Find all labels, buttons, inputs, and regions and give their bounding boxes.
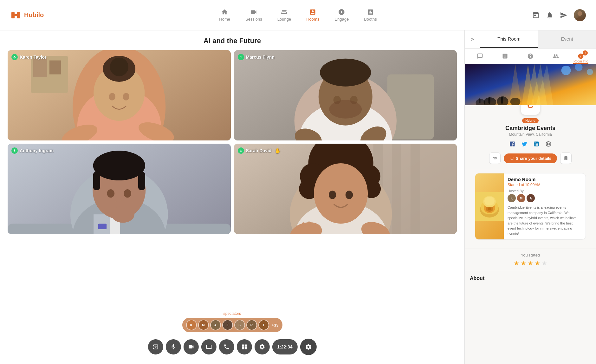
inner-tab-chat[interactable] <box>467 49 493 64</box>
spectator-avatar-1: K <box>186 320 197 330</box>
video-area: AI and the Future <box>0 30 464 364</box>
main-nav: Home Sessions Lounge Rooms Engage Booths <box>219 9 377 22</box>
twitter-icon[interactable] <box>520 140 528 148</box>
nav-item-lounge[interactable]: Lounge <box>277 9 291 22</box>
inner-tab-notes[interactable] <box>493 49 518 64</box>
svg-point-16 <box>123 93 129 100</box>
website-icon[interactable] <box>544 140 553 148</box>
demo-room-time: Started at 10:00AM <box>508 183 582 187</box>
video-cell-karen: Karen Taylor <box>8 50 231 140</box>
timer-display[interactable]: 1:22:34 <box>272 339 297 354</box>
svg-point-85 <box>587 69 593 75</box>
spectators-count: +33 <box>271 323 278 328</box>
inner-tab-room-info[interactable]: ! Room Info <box>568 49 593 64</box>
settings-button[interactable] <box>254 339 269 354</box>
participant-name-marcus: Marcus Flynn <box>238 54 275 60</box>
participant-name-karen: Karen Taylor <box>11 54 47 60</box>
logo[interactable]: Hubilo <box>10 10 44 21</box>
divider-1 <box>465 169 596 169</box>
svg-point-25 <box>320 59 371 87</box>
svg-point-3 <box>578 11 582 16</box>
host-avatar-3: A <box>527 194 535 202</box>
video-cell-anthony: Anthony Ingram <box>8 144 231 234</box>
leave-button[interactable] <box>148 339 163 354</box>
tab-event[interactable]: Event <box>538 30 596 48</box>
participant-name-sarah: Sarah David ✋ <box>238 147 281 154</box>
svg-rect-81 <box>501 97 503 104</box>
nav-item-booths[interactable]: Booths <box>364 9 377 22</box>
audio-button[interactable] <box>219 339 234 354</box>
spectator-avatar-3: A <box>210 320 221 330</box>
demo-room-image <box>475 173 504 239</box>
rating-section: You Rated ★ ★ ★ ★ ★ <box>465 253 596 271</box>
participant-name-anthony: Anthony Ingram <box>11 147 54 154</box>
sidebar-collapse-button[interactable]: > <box>465 30 480 48</box>
event-name: Cambridge Events <box>470 125 591 132</box>
about-section: About <box>465 271 596 286</box>
svg-rect-69 <box>240 149 241 151</box>
share-link-button[interactable] <box>489 153 501 164</box>
linkedin-icon[interactable] <box>532 140 541 148</box>
logo-icon <box>10 10 22 21</box>
svg-rect-8 <box>33 58 47 77</box>
svg-point-39 <box>93 151 145 180</box>
camera-button[interactable] <box>183 339 198 354</box>
svg-point-83 <box>561 66 571 75</box>
star-3[interactable]: ★ <box>528 259 533 267</box>
svg-point-15 <box>109 93 116 100</box>
sidebar-scroll-content: C Hybrid Cambridge Events Mountain View,… <box>465 64 596 364</box>
nav-item-home[interactable]: Home <box>219 9 230 22</box>
video-cell-sarah: Sarah David ✋ <box>234 144 457 234</box>
about-title: About <box>470 271 591 281</box>
controls-bar: 1:22:34 <box>148 339 316 355</box>
facebook-icon[interactable] <box>508 140 516 148</box>
screen-share-button[interactable] <box>201 339 216 354</box>
spectator-avatar-4: J <box>222 320 233 330</box>
event-info: Hybrid Cambridge Events Mountain View, C… <box>465 117 596 164</box>
svg-rect-9 <box>49 61 61 75</box>
notification-icon[interactable] <box>546 11 554 19</box>
mic-active-anthony <box>11 147 18 154</box>
svg-point-60 <box>314 163 368 224</box>
nav-item-sessions[interactable]: Sessions <box>245 9 262 22</box>
spectator-avatar-5: S <box>234 320 245 330</box>
spectators-bar: spectators K M A J S R T +33 <box>182 311 282 332</box>
star-1[interactable]: ★ <box>514 259 519 267</box>
spectators-label: spectators <box>224 311 241 316</box>
more-settings-button[interactable] <box>300 339 317 355</box>
share-details-button[interactable]: Share your details <box>504 153 557 163</box>
header: Hubilo Home Sessions Lounge Rooms Engage <box>0 0 596 30</box>
inner-tab-bar: ! Room Info <box>465 49 596 64</box>
mic-active-sarah <box>238 147 244 154</box>
nav-item-rooms[interactable]: Rooms <box>306 9 319 22</box>
star-5[interactable]: ★ <box>541 259 547 267</box>
demo-room-info: Demo Room Started at 10:00AM Hosted By K… <box>504 173 586 239</box>
inner-tab-people[interactable] <box>543 49 568 64</box>
user-avatar[interactable] <box>574 9 586 21</box>
video-title: AI and the Future <box>204 37 261 45</box>
share-row: Share your details <box>470 153 591 164</box>
tab-this-room[interactable]: This Room <box>480 30 538 48</box>
svg-point-91 <box>488 207 491 210</box>
star-2[interactable]: ★ <box>521 259 526 267</box>
star-4[interactable]: ★ <box>534 259 540 267</box>
send-icon[interactable] <box>560 11 567 19</box>
bookmark-button[interactable] <box>560 153 572 164</box>
nav-item-engage[interactable]: Engage <box>334 9 349 22</box>
calendar-icon[interactable] <box>532 11 540 19</box>
svg-rect-19 <box>14 56 15 57</box>
host-avatars: K M A <box>508 194 582 202</box>
star-rating[interactable]: ★ ★ ★ ★ ★ <box>470 259 591 267</box>
inner-tab-qa[interactable] <box>518 49 543 64</box>
svg-point-4 <box>576 17 584 21</box>
svg-rect-2 <box>15 14 17 16</box>
room-info-badge: ! <box>583 50 588 55</box>
social-icons <box>470 140 591 148</box>
svg-rect-47 <box>14 149 15 151</box>
svg-point-61 <box>328 191 336 199</box>
sidebar: > This Room Event <box>464 30 596 364</box>
hand-raise-icon: ✋ <box>275 148 281 154</box>
layout-button[interactable] <box>236 339 252 354</box>
svg-rect-51 <box>392 144 401 234</box>
mic-button[interactable] <box>165 339 181 354</box>
